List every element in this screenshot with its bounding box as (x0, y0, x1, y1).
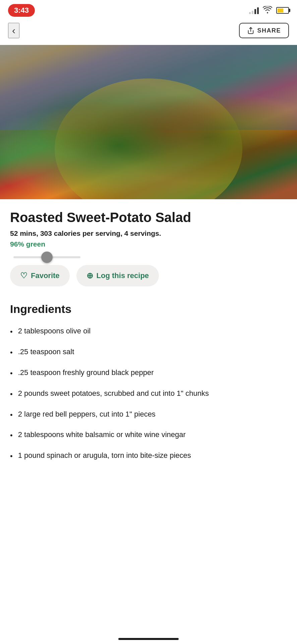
home-indicator (118, 638, 179, 640)
recipe-image (0, 45, 297, 199)
recipe-content: Roasted Sweet-Potato Salad 52 mins, 303 … (0, 199, 297, 491)
share-label: SHARE (257, 27, 281, 34)
slider-track[interactable] (13, 256, 80, 258)
plus-circle-icon: ⊕ (86, 271, 93, 280)
battery-icon (276, 7, 289, 14)
list-item: •2 tablespoons white balsamic or white w… (10, 429, 287, 441)
battery-fill (278, 8, 283, 12)
bullet: • (10, 368, 13, 379)
signal-bars-icon (249, 7, 259, 14)
log-recipe-label: Log this recipe (97, 271, 149, 280)
green-badge: 96% green (10, 240, 287, 248)
wifi-icon (263, 6, 272, 15)
recipe-title: Roasted Sweet-Potato Salad (10, 209, 287, 225)
list-item: •.25 teaspoon salt (10, 346, 287, 358)
ingredient-text: .25 teaspoon salt (18, 346, 74, 357)
ingredient-text: 2 large red bell peppers, cut into 1" pi… (18, 409, 156, 420)
portion-slider-container (10, 256, 287, 258)
bullet: • (10, 430, 13, 441)
ingredient-list: •2 tablespoons olive oil•.25 teaspoon sa… (10, 326, 287, 462)
signal-bar-2 (252, 11, 253, 14)
list-item: •2 pounds sweet potatoes, scrubbed and c… (10, 388, 287, 399)
ingredients-heading: Ingredients (10, 303, 287, 316)
ingredient-text: .25 teaspoon freshly ground black pepper (18, 367, 154, 378)
favorite-label: Favorite (31, 271, 60, 280)
nav-bar: ‹ SHARE (0, 19, 297, 45)
log-recipe-button[interactable]: ⊕ Log this recipe (76, 265, 159, 286)
share-button[interactable]: SHARE (239, 23, 289, 38)
back-button[interactable]: ‹ (8, 23, 19, 38)
status-time: 3:43 (8, 4, 35, 17)
bullet: • (10, 326, 13, 337)
heart-icon: ♡ (20, 271, 27, 280)
share-icon (247, 27, 254, 34)
favorite-button[interactable]: ♡ Favorite (10, 265, 70, 286)
food-layer (0, 45, 297, 199)
ingredient-text: 2 pounds sweet potatoes, scrubbed and cu… (18, 388, 209, 399)
ingredient-text: 2 tablespoons white balsamic or white wi… (18, 429, 186, 440)
list-item: •2 tablespoons olive oil (10, 326, 287, 337)
action-buttons: ♡ Favorite ⊕ Log this recipe (10, 265, 287, 286)
ingredient-text: 2 tablespoons olive oil (18, 326, 91, 336)
bullet: • (10, 347, 13, 358)
bullet: • (10, 410, 13, 420)
recipe-meta: 52 mins, 303 calories per serving, 4 ser… (10, 229, 287, 237)
list-item: •1 pound spinach or arugula, torn into b… (10, 450, 287, 462)
signal-bar-1 (249, 12, 251, 14)
list-item: •.25 teaspoon freshly ground black peppe… (10, 367, 287, 379)
signal-bar-3 (254, 9, 256, 14)
list-item: •2 large red bell peppers, cut into 1" p… (10, 409, 287, 420)
slider-thumb[interactable] (41, 252, 53, 263)
status-icons (249, 6, 289, 15)
ingredient-text: 1 pound spinach or arugula, torn into bi… (18, 450, 191, 461)
status-bar: 3:43 (0, 0, 297, 19)
signal-bar-4 (257, 7, 259, 14)
bullet: • (10, 451, 13, 462)
bullet: • (10, 389, 13, 399)
